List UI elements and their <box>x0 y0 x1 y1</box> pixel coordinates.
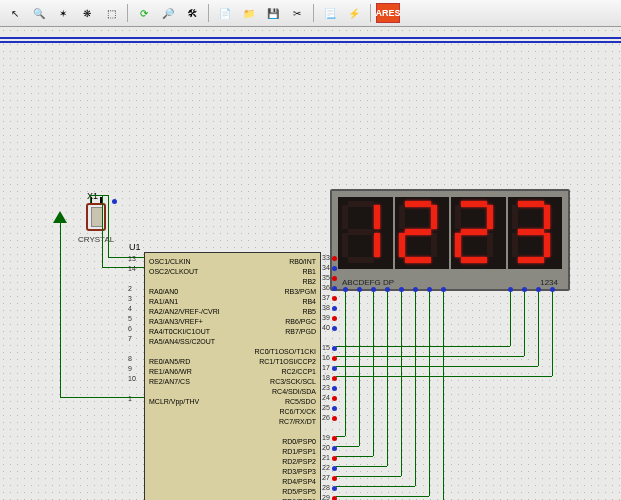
zoom-icon[interactable]: 🔍 <box>28 2 50 24</box>
wire <box>443 290 444 500</box>
wire <box>336 376 552 377</box>
wire <box>102 195 103 267</box>
wire <box>336 476 401 477</box>
schematic-canvas[interactable]: X1 CRYSTAL U1 PIC16F877A OSC1/CLKINOSC2/… <box>0 27 621 500</box>
new-icon[interactable]: 📄 <box>214 2 236 24</box>
page-border <box>0 41 621 43</box>
digit <box>451 197 508 269</box>
zoom-in-icon[interactable]: ✶ <box>52 2 74 24</box>
wire <box>510 290 511 346</box>
wire <box>538 290 539 366</box>
wire <box>373 290 374 456</box>
legend-left: ABCDEFG DP <box>342 278 394 287</box>
wire <box>336 466 387 467</box>
zoom-out-icon[interactable]: ❋ <box>76 2 98 24</box>
legend-right: 1234 <box>540 278 558 287</box>
save-icon[interactable]: 💾 <box>262 2 284 24</box>
select-icon[interactable]: ↖ <box>4 2 26 24</box>
wire <box>336 366 538 367</box>
wire <box>552 290 553 376</box>
crystal-component[interactable] <box>86 203 106 231</box>
page-border <box>0 37 621 39</box>
ares-button[interactable]: ARES <box>376 3 400 23</box>
wire <box>401 290 402 476</box>
wire <box>336 436 345 437</box>
wire <box>387 290 388 466</box>
wire <box>336 356 524 357</box>
script-icon[interactable]: ⚡ <box>343 2 365 24</box>
zoom-all-icon[interactable]: ⬚ <box>100 2 122 24</box>
wire <box>336 456 373 457</box>
tools-icon[interactable]: 🛠 <box>181 2 203 24</box>
display-legend: ABCDEFG DP 1234 <box>342 278 558 287</box>
wire <box>90 195 91 203</box>
wire <box>90 195 108 196</box>
digit <box>508 197 563 269</box>
wire <box>415 290 416 486</box>
refresh-icon[interactable]: ⟳ <box>133 2 155 24</box>
wire <box>336 496 429 497</box>
ic-left-pins: OSC1/CLKINOSC2/CLKOUTRA0/AN0RA1/AN1RA2/A… <box>149 257 219 500</box>
ic-ref: U1 <box>129 242 141 252</box>
digit <box>338 197 395 269</box>
wire <box>336 486 415 487</box>
find-icon[interactable]: 🔎 <box>157 2 179 24</box>
wire <box>60 223 61 397</box>
wire <box>345 290 346 436</box>
seven-seg-display[interactable]: ABCDEFG DP 1234 <box>330 189 570 291</box>
power-arrow-icon <box>53 211 67 223</box>
wire <box>108 195 109 257</box>
wire <box>429 290 430 496</box>
ic-component[interactable]: PIC16F877A OSC1/CLKINOSC2/CLKOUTRA0/AN0R… <box>144 252 321 500</box>
cut-icon[interactable]: ✂ <box>286 2 308 24</box>
wire <box>102 267 144 268</box>
toolbar: ↖ 🔍 ✶ ❋ ⬚ ⟳ 🔎 🛠 📄 📁 💾 ✂ 📃 ⚡ ARES <box>0 0 621 27</box>
digit <box>395 197 452 269</box>
doc-icon[interactable]: 📃 <box>319 2 341 24</box>
open-icon[interactable]: 📁 <box>238 2 260 24</box>
wire <box>108 257 144 258</box>
wire <box>336 446 359 447</box>
wire <box>524 290 525 356</box>
wire <box>359 290 360 446</box>
wire <box>336 346 510 347</box>
crystal-ref: X1 <box>87 191 98 201</box>
junction-dot <box>112 199 117 204</box>
ic-right-pins: RB0/INTRB1RB2RB3/PGMRB4RB5RB6/PGCRB7/PGD… <box>246 257 316 500</box>
